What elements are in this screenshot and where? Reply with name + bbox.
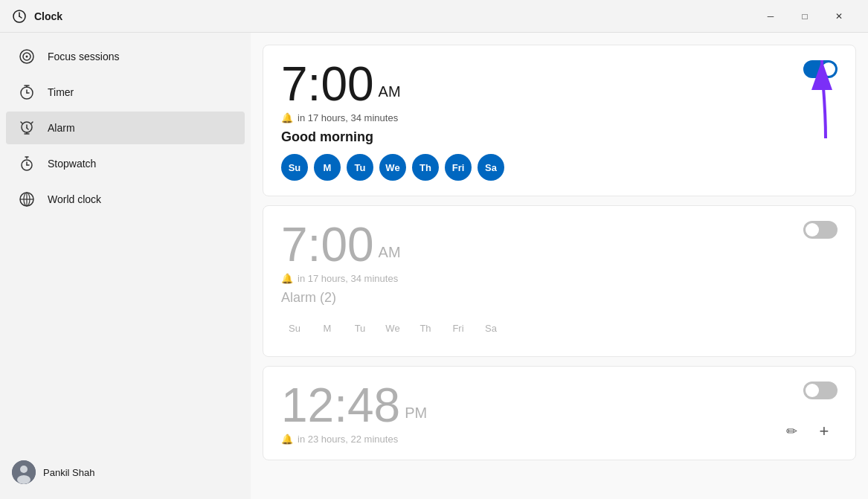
- sidebar-item-timer[interactable]: Timer: [6, 76, 245, 109]
- alarm-time-row-1: 7:00 AM: [281, 60, 838, 108]
- stopwatch-label: Stopwatch: [48, 158, 96, 170]
- close-button[interactable]: ✕: [822, 4, 856, 28]
- user-name: Pankil Shah: [43, 467, 94, 478]
- day-m-1[interactable]: M: [314, 154, 341, 181]
- alarm-toggle-3[interactable]: [803, 382, 838, 399]
- sidebar: Focus sessions Timer: [0, 33, 251, 499]
- content-area: 7:00 AM 🔔 in 17 hours, 34 minutes Good m…: [251, 33, 868, 499]
- edit-alarm-button[interactable]: ✏: [778, 418, 805, 445]
- day-m-2: M: [314, 315, 341, 341]
- timer-icon: [18, 83, 36, 101]
- add-alarm-button[interactable]: +: [811, 418, 838, 445]
- alarm-notice-row-2: 🔔 in 17 hours, 34 minutes: [281, 273, 838, 284]
- day-tu-1[interactable]: Tu: [347, 154, 373, 181]
- alarm-ampm-2: AM: [379, 244, 401, 261]
- day-su-2: Su: [281, 315, 308, 341]
- svg-point-5: [26, 56, 28, 58]
- alarm-notice-3: in 23 hours, 22 minutes: [298, 434, 398, 445]
- toggle-container-3: [803, 382, 838, 402]
- svg-point-20: [17, 475, 30, 484]
- sidebar-item-world-clock[interactable]: World clock: [6, 183, 245, 216]
- toggle-knob-3: [806, 384, 819, 397]
- alarm-time-row-3: 12:48 PM: [281, 382, 838, 429]
- card-actions-3: ✏ +: [778, 418, 838, 445]
- day-su-1[interactable]: Su: [281, 154, 308, 181]
- day-we-2: We: [379, 315, 406, 341]
- day-sa-1[interactable]: Sa: [478, 154, 504, 181]
- toggle-knob-1: [822, 62, 835, 76]
- alarm-time-row-2: 7:00 AM: [281, 221, 838, 268]
- day-sa-2: Sa: [478, 315, 504, 341]
- window-controls: ─ □ ✕: [753, 4, 856, 28]
- alarm-label-1: Good morning: [281, 129, 838, 145]
- title-bar: Clock ─ □ ✕: [0, 0, 868, 33]
- sidebar-item-stopwatch[interactable]: Stopwatch: [6, 147, 245, 180]
- bell-icon-2: 🔔: [281, 273, 293, 284]
- alarm-toggle-2[interactable]: [803, 221, 838, 239]
- avatar: [12, 460, 36, 484]
- day-th-1[interactable]: Th: [412, 154, 439, 181]
- alarm-ampm-1: AM: [379, 83, 401, 100]
- user-profile[interactable]: Pankil Shah: [0, 451, 251, 493]
- world-clock-icon: [18, 190, 36, 208]
- days-row-1: Su M Tu We Th Fri Sa: [281, 154, 838, 181]
- bell-icon-3: 🔔: [281, 434, 293, 445]
- alarm-time-2: 7:00: [281, 221, 374, 268]
- toggle-knob-2: [806, 223, 819, 236]
- focus-sessions-icon: [18, 48, 36, 65]
- alarm-card-1[interactable]: 7:00 AM 🔔 in 17 hours, 34 minutes Good m…: [263, 45, 856, 196]
- bell-icon-1: 🔔: [281, 112, 293, 123]
- day-tu-2: Tu: [347, 315, 373, 341]
- toggle-container-1: [803, 60, 838, 81]
- alarm-notice-row-1: 🔔 in 17 hours, 34 minutes: [281, 112, 838, 123]
- minimize-button[interactable]: ─: [753, 4, 788, 28]
- day-th-2: Th: [412, 315, 439, 341]
- alarm-label: Alarm: [48, 122, 75, 134]
- days-row-2: Su M Tu We Th Fri Sa: [281, 315, 838, 341]
- alarm-time-1: 7:00: [281, 60, 374, 108]
- world-clock-label: World clock: [48, 193, 101, 205]
- app-body: Focus sessions Timer: [0, 33, 868, 499]
- alarm-toggle-1[interactable]: [803, 60, 838, 78]
- alarm-notice-row-3: 🔔 in 23 hours, 22 minutes: [281, 434, 838, 445]
- alarm-ampm-3: PM: [405, 405, 427, 422]
- alarm-card-2[interactable]: 7:00 AM 🔔 in 17 hours, 34 minutes Alarm …: [263, 205, 856, 357]
- alarm-notice-1: in 17 hours, 34 minutes: [298, 112, 398, 123]
- day-fri-2: Fri: [445, 315, 472, 341]
- day-we-1[interactable]: We: [379, 154, 406, 181]
- day-fri-1[interactable]: Fri: [445, 154, 472, 181]
- svg-point-19: [20, 466, 28, 473]
- app-title: Clock: [34, 10, 753, 22]
- timer-label: Timer: [48, 86, 74, 98]
- alarm-icon: [18, 119, 36, 137]
- svg-line-2: [19, 16, 22, 18]
- alarm-notice-2: in 17 hours, 34 minutes: [298, 273, 398, 284]
- stopwatch-icon: [18, 155, 36, 173]
- toggle-container-2: [803, 221, 838, 242]
- svg-line-10: [27, 128, 28, 129]
- sidebar-item-focus-sessions[interactable]: Focus sessions: [6, 40, 245, 73]
- maximize-button[interactable]: □: [788, 4, 822, 28]
- alarm-label-2: Alarm (2): [281, 290, 838, 306]
- alarm-time-3: 12:48: [281, 382, 400, 429]
- alarm-card-3[interactable]: 12:48 PM 🔔 in 23 hours, 22 minutes ✏ +: [263, 366, 856, 460]
- focus-sessions-label: Focus sessions: [48, 51, 119, 62]
- sidebar-item-alarm[interactable]: Alarm: [6, 112, 245, 144]
- app-icon: [12, 9, 27, 24]
